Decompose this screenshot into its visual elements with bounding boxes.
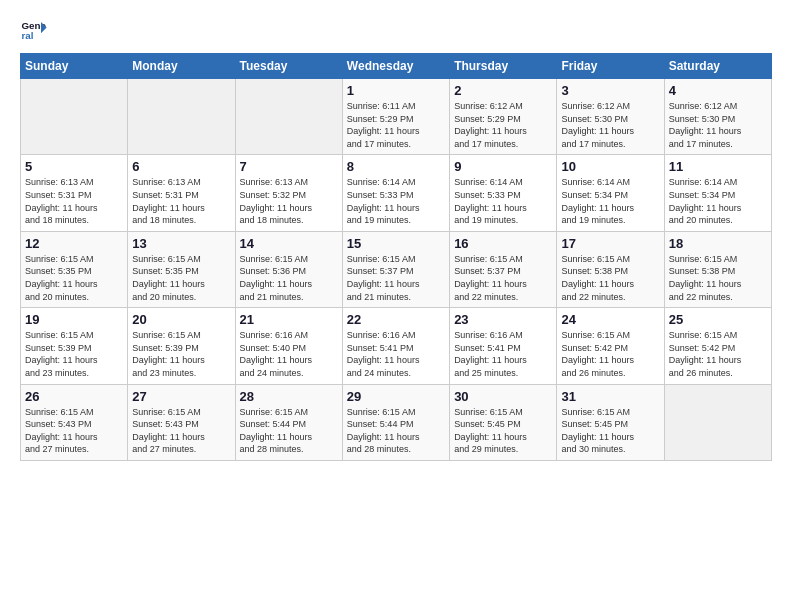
day-info: Sunrise: 6:13 AM Sunset: 5:31 PM Dayligh… [132,176,230,226]
day-info: Sunrise: 6:15 AM Sunset: 5:43 PM Dayligh… [25,406,123,456]
day-info: Sunrise: 6:12 AM Sunset: 5:30 PM Dayligh… [561,100,659,150]
day-info: Sunrise: 6:11 AM Sunset: 5:29 PM Dayligh… [347,100,445,150]
header-day-saturday: Saturday [664,54,771,79]
day-number: 31 [561,389,659,404]
day-info: Sunrise: 6:15 AM Sunset: 5:35 PM Dayligh… [132,253,230,303]
calendar-table: SundayMondayTuesdayWednesdayThursdayFrid… [20,53,772,461]
day-number: 30 [454,389,552,404]
calendar-cell: 27Sunrise: 6:15 AM Sunset: 5:43 PM Dayli… [128,384,235,460]
calendar-cell: 1Sunrise: 6:11 AM Sunset: 5:29 PM Daylig… [342,79,449,155]
day-number: 13 [132,236,230,251]
calendar-cell: 12Sunrise: 6:15 AM Sunset: 5:35 PM Dayli… [21,231,128,307]
day-info: Sunrise: 6:15 AM Sunset: 5:37 PM Dayligh… [454,253,552,303]
day-info: Sunrise: 6:15 AM Sunset: 5:45 PM Dayligh… [454,406,552,456]
day-number: 9 [454,159,552,174]
header-day-wednesday: Wednesday [342,54,449,79]
day-info: Sunrise: 6:13 AM Sunset: 5:32 PM Dayligh… [240,176,338,226]
day-number: 26 [25,389,123,404]
day-number: 4 [669,83,767,98]
calendar-header: SundayMondayTuesdayWednesdayThursdayFrid… [21,54,772,79]
week-row-3: 12Sunrise: 6:15 AM Sunset: 5:35 PM Dayli… [21,231,772,307]
day-info: Sunrise: 6:12 AM Sunset: 5:30 PM Dayligh… [669,100,767,150]
logo: Gene ral [20,15,52,43]
header-day-tuesday: Tuesday [235,54,342,79]
day-number: 17 [561,236,659,251]
day-number: 10 [561,159,659,174]
calendar-cell: 5Sunrise: 6:13 AM Sunset: 5:31 PM Daylig… [21,155,128,231]
day-info: Sunrise: 6:15 AM Sunset: 5:44 PM Dayligh… [347,406,445,456]
day-info: Sunrise: 6:15 AM Sunset: 5:35 PM Dayligh… [25,253,123,303]
day-info: Sunrise: 6:15 AM Sunset: 5:38 PM Dayligh… [669,253,767,303]
header-day-sunday: Sunday [21,54,128,79]
day-number: 14 [240,236,338,251]
calendar-cell: 3Sunrise: 6:12 AM Sunset: 5:30 PM Daylig… [557,79,664,155]
calendar-cell: 25Sunrise: 6:15 AM Sunset: 5:42 PM Dayli… [664,308,771,384]
day-number: 7 [240,159,338,174]
day-number: 18 [669,236,767,251]
day-info: Sunrise: 6:16 AM Sunset: 5:41 PM Dayligh… [454,329,552,379]
day-number: 28 [240,389,338,404]
week-row-1: 1Sunrise: 6:11 AM Sunset: 5:29 PM Daylig… [21,79,772,155]
day-info: Sunrise: 6:16 AM Sunset: 5:40 PM Dayligh… [240,329,338,379]
calendar-cell: 15Sunrise: 6:15 AM Sunset: 5:37 PM Dayli… [342,231,449,307]
header: Gene ral [20,15,772,43]
calendar-cell: 30Sunrise: 6:15 AM Sunset: 5:45 PM Dayli… [450,384,557,460]
day-number: 23 [454,312,552,327]
calendar-cell [235,79,342,155]
calendar-cell [664,384,771,460]
calendar-cell: 19Sunrise: 6:15 AM Sunset: 5:39 PM Dayli… [21,308,128,384]
day-number: 20 [132,312,230,327]
day-number: 11 [669,159,767,174]
day-number: 3 [561,83,659,98]
calendar-cell: 14Sunrise: 6:15 AM Sunset: 5:36 PM Dayli… [235,231,342,307]
calendar-cell: 13Sunrise: 6:15 AM Sunset: 5:35 PM Dayli… [128,231,235,307]
calendar-cell: 22Sunrise: 6:16 AM Sunset: 5:41 PM Dayli… [342,308,449,384]
logo-icon: Gene ral [20,15,48,43]
day-number: 19 [25,312,123,327]
day-number: 29 [347,389,445,404]
calendar-cell: 6Sunrise: 6:13 AM Sunset: 5:31 PM Daylig… [128,155,235,231]
day-number: 2 [454,83,552,98]
day-number: 16 [454,236,552,251]
calendar-body: 1Sunrise: 6:11 AM Sunset: 5:29 PM Daylig… [21,79,772,461]
day-info: Sunrise: 6:15 AM Sunset: 5:43 PM Dayligh… [132,406,230,456]
day-number: 24 [561,312,659,327]
calendar-cell: 28Sunrise: 6:15 AM Sunset: 5:44 PM Dayli… [235,384,342,460]
calendar-cell: 20Sunrise: 6:15 AM Sunset: 5:39 PM Dayli… [128,308,235,384]
calendar-cell: 17Sunrise: 6:15 AM Sunset: 5:38 PM Dayli… [557,231,664,307]
calendar-cell: 7Sunrise: 6:13 AM Sunset: 5:32 PM Daylig… [235,155,342,231]
day-info: Sunrise: 6:14 AM Sunset: 5:34 PM Dayligh… [561,176,659,226]
day-info: Sunrise: 6:14 AM Sunset: 5:34 PM Dayligh… [669,176,767,226]
calendar-cell: 29Sunrise: 6:15 AM Sunset: 5:44 PM Dayli… [342,384,449,460]
day-info: Sunrise: 6:15 AM Sunset: 5:42 PM Dayligh… [669,329,767,379]
calendar-page: Gene ral SundayMondayTuesdayWednesdayThu… [0,0,792,612]
day-info: Sunrise: 6:13 AM Sunset: 5:31 PM Dayligh… [25,176,123,226]
day-info: Sunrise: 6:15 AM Sunset: 5:39 PM Dayligh… [25,329,123,379]
calendar-cell: 16Sunrise: 6:15 AM Sunset: 5:37 PM Dayli… [450,231,557,307]
day-number: 25 [669,312,767,327]
day-number: 21 [240,312,338,327]
day-number: 15 [347,236,445,251]
day-info: Sunrise: 6:15 AM Sunset: 5:42 PM Dayligh… [561,329,659,379]
day-info: Sunrise: 6:12 AM Sunset: 5:29 PM Dayligh… [454,100,552,150]
day-info: Sunrise: 6:14 AM Sunset: 5:33 PM Dayligh… [454,176,552,226]
day-info: Sunrise: 6:15 AM Sunset: 5:36 PM Dayligh… [240,253,338,303]
calendar-cell: 9Sunrise: 6:14 AM Sunset: 5:33 PM Daylig… [450,155,557,231]
day-info: Sunrise: 6:15 AM Sunset: 5:38 PM Dayligh… [561,253,659,303]
header-day-monday: Monday [128,54,235,79]
header-row: SundayMondayTuesdayWednesdayThursdayFrid… [21,54,772,79]
day-info: Sunrise: 6:15 AM Sunset: 5:44 PM Dayligh… [240,406,338,456]
week-row-2: 5Sunrise: 6:13 AM Sunset: 5:31 PM Daylig… [21,155,772,231]
day-info: Sunrise: 6:15 AM Sunset: 5:37 PM Dayligh… [347,253,445,303]
day-info: Sunrise: 6:15 AM Sunset: 5:45 PM Dayligh… [561,406,659,456]
day-number: 8 [347,159,445,174]
calendar-cell: 11Sunrise: 6:14 AM Sunset: 5:34 PM Dayli… [664,155,771,231]
calendar-cell: 26Sunrise: 6:15 AM Sunset: 5:43 PM Dayli… [21,384,128,460]
calendar-cell: 23Sunrise: 6:16 AM Sunset: 5:41 PM Dayli… [450,308,557,384]
header-day-friday: Friday [557,54,664,79]
day-number: 5 [25,159,123,174]
day-number: 1 [347,83,445,98]
week-row-4: 19Sunrise: 6:15 AM Sunset: 5:39 PM Dayli… [21,308,772,384]
week-row-5: 26Sunrise: 6:15 AM Sunset: 5:43 PM Dayli… [21,384,772,460]
day-number: 22 [347,312,445,327]
